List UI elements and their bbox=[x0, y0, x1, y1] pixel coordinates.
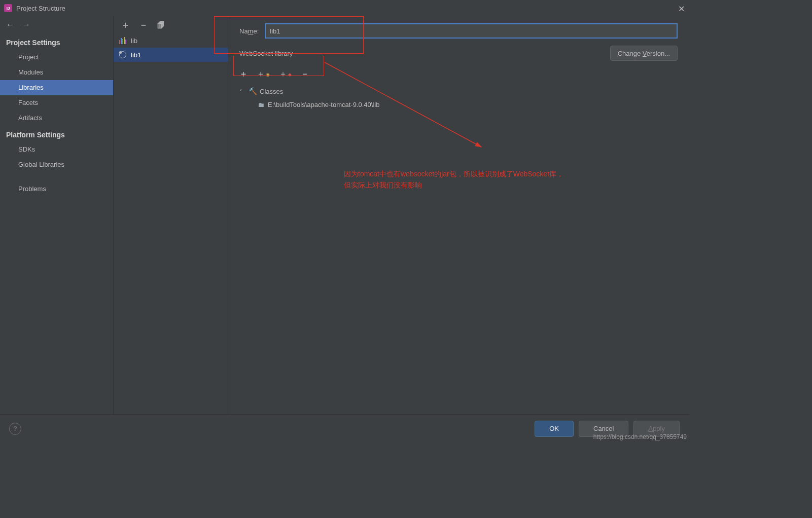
change-version-button[interactable]: Change Version... bbox=[610, 46, 678, 61]
spacer bbox=[0, 172, 113, 181]
section-project-settings: Project Settings bbox=[0, 33, 113, 50]
remove-icon[interactable]: － bbox=[301, 69, 309, 80]
classes-tree: ˅ 🔨 Classes 🖿 E:\buildTools\apache-tomca… bbox=[228, 83, 689, 113]
library-item-label: lib1 bbox=[131, 51, 141, 59]
add-library-icon[interactable]: ＋ bbox=[121, 20, 130, 29]
remove-library-icon[interactable]: － bbox=[139, 20, 148, 29]
name-label: Name: bbox=[239, 27, 259, 35]
library-list: lib lib1 bbox=[114, 33, 228, 62]
library-name-input[interactable] bbox=[265, 23, 678, 39]
websocket-icon bbox=[119, 51, 127, 59]
folder-icon: 🖿 bbox=[257, 100, 265, 108]
hammer-icon: 🔨 bbox=[249, 87, 257, 95]
ok-button[interactable]: OK bbox=[535, 421, 574, 437]
tree-path-label: E:\buildTools\apache-tomcat-9.0.40\lib bbox=[268, 101, 379, 108]
library-item-label: lib bbox=[131, 37, 137, 45]
add-special1-icon[interactable]: ＋◉ bbox=[257, 69, 270, 80]
library-detail: Name: WebSocket library Change Version..… bbox=[228, 16, 689, 414]
app-icon bbox=[4, 4, 12, 12]
close-icon[interactable]: ✕ bbox=[678, 4, 685, 14]
library-type-label: WebSocket library bbox=[239, 50, 293, 57]
sidebar-item-sdks[interactable]: SDKs bbox=[0, 142, 113, 157]
library-item-lib1[interactable]: lib1 bbox=[114, 48, 228, 62]
sidebar-item-modules[interactable]: Modules bbox=[0, 65, 113, 80]
sidebar-item-facets[interactable]: Facets bbox=[0, 95, 113, 110]
chevron-down-icon[interactable]: ˅ bbox=[239, 89, 245, 94]
add-special2-icon[interactable]: ＋◆ bbox=[279, 69, 292, 80]
titlebar: Project Structure ✕ bbox=[0, 0, 689, 16]
sidebar-nav: ← → bbox=[0, 16, 113, 33]
project-structure-window: Project Structure ✕ ← → Project Settings… bbox=[0, 0, 689, 442]
annotation-text: 因为tomcat中也有websocket的jar包，所以被识别成了WebSock… bbox=[344, 168, 563, 191]
sidebar-item-problems[interactable]: Problems bbox=[0, 181, 113, 197]
sidebar-item-project[interactable]: Project bbox=[0, 50, 113, 65]
sidebar-item-global-libraries[interactable]: Global Libraries bbox=[0, 157, 113, 172]
forward-icon[interactable]: → bbox=[22, 20, 30, 29]
subtype-row: WebSocket library Change Version... bbox=[228, 44, 689, 66]
help-button[interactable]: ? bbox=[9, 423, 21, 435]
library-toolbar: ＋ － 🗐 bbox=[114, 16, 228, 33]
name-row: Name: bbox=[228, 16, 689, 44]
section-platform-settings: Platform Settings bbox=[0, 126, 113, 142]
sidebar-item-libraries[interactable]: Libraries bbox=[0, 80, 113, 95]
dialog-footer: ? OK Cancel Apply bbox=[0, 414, 689, 442]
window-title: Project Structure bbox=[16, 5, 65, 12]
tree-label: Classes bbox=[260, 88, 283, 95]
classes-toolbar: ＋ ＋◉ ＋◆ － bbox=[228, 66, 689, 83]
tree-node-path[interactable]: 🖿 E:\buildTools\apache-tomcat-9.0.40\lib bbox=[239, 98, 678, 111]
library-icon bbox=[119, 36, 127, 45]
sidebar: ← → Project Settings Project Modules Lib… bbox=[0, 16, 114, 414]
sidebar-item-artifacts[interactable]: Artifacts bbox=[0, 110, 113, 126]
tree-node-classes[interactable]: ˅ 🔨 Classes bbox=[239, 85, 678, 98]
watermark: https://blog.csdn.net/qq_37855749 bbox=[593, 433, 687, 440]
main-area: ← → Project Settings Project Modules Lib… bbox=[0, 16, 689, 414]
add-icon[interactable]: ＋ bbox=[239, 69, 248, 80]
library-item-lib[interactable]: lib bbox=[114, 33, 228, 48]
copy-library-icon[interactable]: 🗐 bbox=[157, 21, 165, 29]
library-panel: ＋ － 🗐 lib lib1 bbox=[114, 16, 228, 414]
back-icon[interactable]: ← bbox=[6, 20, 14, 29]
